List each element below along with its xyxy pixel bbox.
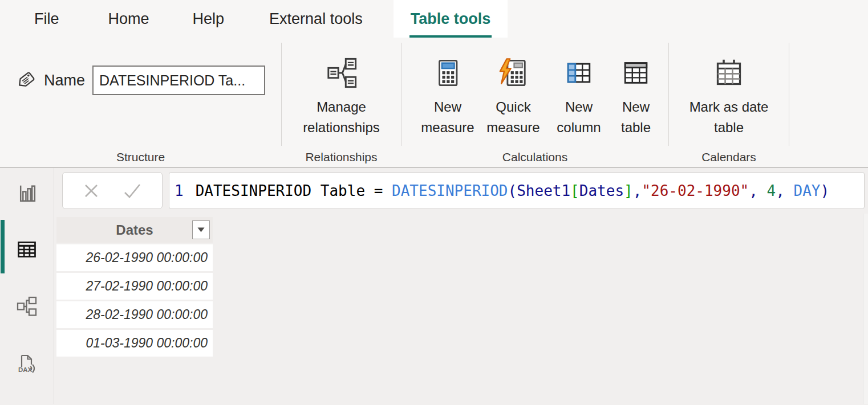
formula-line-number: 1 [175,182,184,199]
dropdown-triangle-icon [197,227,205,233]
group-label-relationships: Relationships [282,150,401,164]
formula-token: ) [820,182,829,199]
dax-query-view-button[interactable]: DAX [0,353,54,378]
table-row[interactable]: 01-03-1990 00:00:00 [56,330,213,357]
formula-action-buttons [62,172,163,209]
formula-token: 4 [767,182,776,199]
new-table-button[interactable]: New table [610,38,662,145]
formula-token: DAY [793,182,820,199]
formula-token: Sheet1 [517,182,570,199]
formula-token: DATESINPERIOD Table = [196,182,392,199]
active-view-indicator [1,220,5,273]
new-table-icon [621,50,651,96]
button-label: Quick measure [479,97,547,138]
tab-file[interactable]: File [17,0,76,38]
new-measure-button[interactable]: New measure [416,38,479,145]
mark-as-date-table-button[interactable]: Mark as date table [675,38,783,145]
new-column-icon [564,50,594,96]
report-view-button[interactable] [0,183,54,206]
commit-formula-icon[interactable] [121,181,143,201]
name-label: Name [44,72,85,89]
formula-token: , [749,182,766,199]
quick-measure-button[interactable]: Quick measure [479,38,547,145]
group-label-structure: Structure [0,150,281,164]
date-rows: 26-02-1990 00:00:0027-02-1990 00:00:0028… [56,244,213,357]
powerbi-window: File Home Help External tools Table tool… [0,0,868,405]
new-measure-icon [433,50,463,96]
model-view-icon [16,296,38,320]
tag-icon [15,69,36,91]
table-row[interactable]: 28-02-1990 00:00:00 [56,301,213,328]
button-label: Manage relationships [289,97,394,138]
group-label-calculations: Calculations [401,150,668,164]
report-view-icon [17,183,38,206]
content-area: DAX [0,167,868,404]
scrollbar-track[interactable] [863,214,868,404]
cancel-formula-icon[interactable] [82,181,101,201]
data-view-main: 1 DATESINPERIOD Table = DATESINPERIOD(Sh… [54,168,868,404]
quick-measure-icon [497,50,530,96]
tab-external-tools[interactable]: External tools [252,0,380,38]
svg-text:DAX: DAX [18,366,33,373]
menu-bar: File Home Help External tools Table tool… [0,0,868,38]
ribbon-group-calculations: New measure [401,38,668,167]
dates-column: Dates 26-02-1990 00:00:0027-02-1990 00:0… [56,217,213,357]
formula-token: , [633,182,642,199]
ribbon-group-calendars: Mark as date table Calendars [669,38,789,167]
dates-column-header[interactable]: Dates [56,217,213,243]
table-name-input[interactable] [92,66,265,95]
dax-query-view-icon: DAX [15,353,38,378]
model-view-button[interactable] [0,296,54,320]
manage-relationships-icon [325,50,359,96]
formula-bar: 1 DATESINPERIOD Table = DATESINPERIOD(Sh… [62,172,865,209]
filter-dropdown-button[interactable] [192,220,210,239]
button-label: New table [610,97,662,138]
tab-help[interactable]: Help [176,0,242,38]
tab-home[interactable]: Home [91,0,167,38]
formula-token: DATESINPERIOD [392,182,508,199]
formula-token: "26-02-1990" [642,182,749,199]
new-column-button[interactable]: New column [547,38,610,145]
formula-token: ] [624,182,633,199]
table-row[interactable]: 26-02-1990 00:00:00 [56,244,213,271]
ribbon: Name Structure [0,38,868,167]
button-label: New column [547,97,610,138]
calendar-icon [713,50,744,96]
data-view-button[interactable] [0,238,54,263]
data-view-icon [15,238,38,263]
formula-token: ( [508,182,517,199]
ribbon-group-structure: Name Structure [0,38,281,167]
ribbon-group-relationships: Manage relationships Relationships [282,38,401,167]
formula-token: [ [570,182,579,199]
button-label: New measure [416,97,479,138]
group-divider [789,43,789,146]
table-row[interactable]: 27-02-1990 00:00:00 [56,273,213,300]
button-label: Mark as date table [675,97,783,138]
formula-editor[interactable]: 1 DATESINPERIOD Table = DATESINPERIOD(Sh… [169,172,865,209]
group-label-calendars: Calendars [669,150,789,164]
formula-token: , [776,182,793,199]
column-header-label: Dates [116,222,153,238]
view-sidebar: DAX [0,168,54,404]
formula-text: DATESINPERIOD Table = DATESINPERIOD(Shee… [196,182,829,199]
tab-table-tools[interactable]: Table tools [394,0,508,38]
formula-token: Dates [579,182,624,199]
manage-relationships-button[interactable]: Manage relationships [289,38,394,145]
